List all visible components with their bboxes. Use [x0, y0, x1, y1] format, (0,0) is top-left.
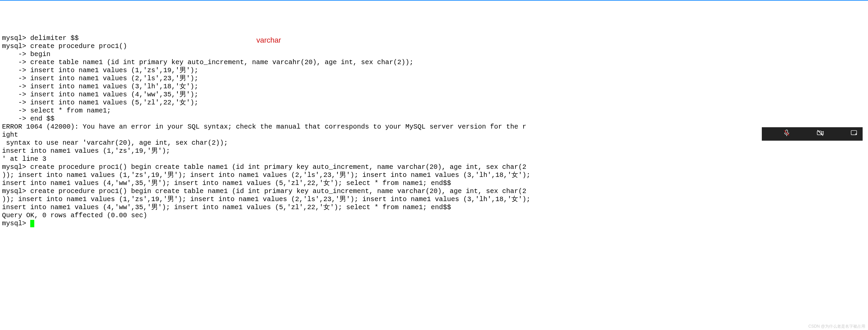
terminal-line: insert into name1 values (1,'zs',19,'男')…	[2, 147, 866, 155]
terminal-line: ' at line 3	[2, 155, 866, 163]
share-screen-icon[interactable]	[834, 121, 858, 147]
terminal-line: -> select * from name1;	[2, 107, 866, 115]
terminal-line: mysql> create procedure proc1()	[2, 42, 866, 51]
terminal-line: )); insert into name1 values (1,'zs',19,…	[2, 195, 866, 203]
terminal-line: mysql> create procedure proc1() begin cr…	[2, 163, 866, 171]
terminal-line: insert into name1 values (4,'ww',35,'男')…	[2, 179, 866, 187]
terminal-line: mysql> create procedure proc1() begin cr…	[2, 187, 866, 195]
terminal-line: mysql> delimiter $$	[2, 34, 866, 42]
terminal-line: insert into name1 values (4,'ww',35,'男')…	[2, 203, 866, 211]
terminal-line: -> create table name1 (id int primary ke…	[2, 58, 866, 66]
terminal-line: -> end $$	[2, 115, 866, 123]
conference-control-bar	[762, 127, 863, 141]
camera-muted-icon[interactable]	[801, 121, 824, 147]
terminal-prompt[interactable]: mysql>	[2, 220, 866, 228]
typo-annotation: varchar	[256, 36, 281, 45]
mic-muted-icon[interactable]	[767, 121, 790, 147]
csdn-watermark: CSDN @为什么老是名字被占用	[808, 324, 865, 329]
terminal-line: -> insert into name1 values (4,'ww',35,'…	[2, 91, 866, 99]
terminal-line: ight	[2, 131, 866, 139]
terminal-line: -> insert into name1 values (5,'zl',22,'…	[2, 99, 866, 107]
terminal-line: -> insert into name1 values (3,'lh',18,'…	[2, 82, 866, 91]
terminal-line: ERROR 1064 (42000): You have an error in…	[2, 123, 866, 131]
terminal-output[interactable]: mysql> delimiter $$mysql> create procedu…	[2, 34, 866, 228]
terminal-line: -> insert into name1 values (1,'zs',19,'…	[2, 66, 866, 74]
terminal-line: )); insert into name1 values (1,'zs',19,…	[2, 171, 866, 179]
terminal-line: Query OK, 0 rows affected (0.00 sec)	[2, 211, 866, 220]
terminal-line: -> insert into name1 values (2,'ls',23,'…	[2, 74, 866, 82]
terminal-line: -> begin	[2, 51, 866, 58]
terminal-line: syntax to use near 'varcahr(20), age int…	[2, 139, 866, 147]
cursor	[30, 220, 34, 227]
